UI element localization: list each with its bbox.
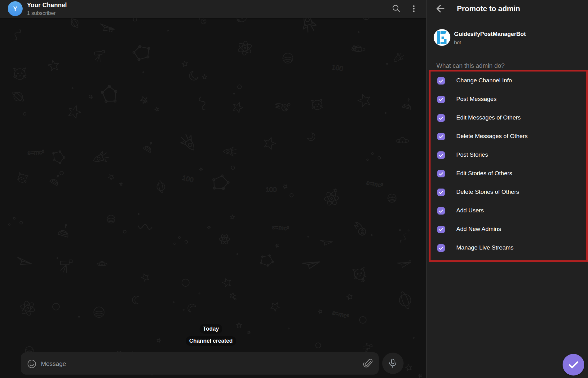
svg-text:100: 100 [265,186,277,194]
svg-text:ε=mc²: ε=mc² [272,224,289,232]
svg-text:ε=mc²: ε=mc² [27,149,44,156]
svg-text:100: 100 [181,174,194,184]
svg-text:ε=mc²: ε=mc² [332,309,350,319]
svg-text:ε=mc²: ε=mc² [366,179,383,189]
svg-text:100: 100 [331,63,344,73]
